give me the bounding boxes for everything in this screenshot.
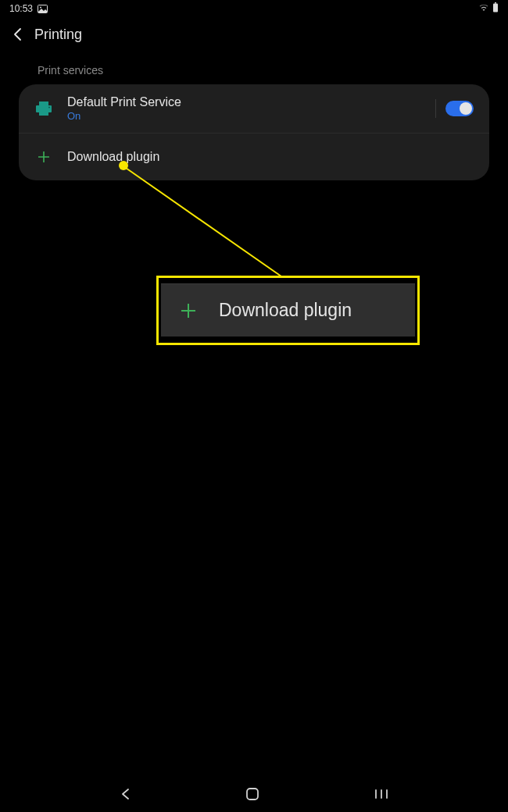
page-title: Printing <box>34 27 82 43</box>
print-services-card: Default Print Service On Download plugin <box>19 84 489 180</box>
android-nav-bar <box>0 776 508 812</box>
toggle-divider <box>435 99 436 118</box>
status-left: 10:53 <box>9 3 48 14</box>
svg-rect-4 <box>39 102 48 105</box>
svg-point-7 <box>48 107 50 109</box>
battery-icon <box>492 2 499 15</box>
status-time: 10:53 <box>9 3 33 14</box>
nav-home-button[interactable] <box>245 787 259 801</box>
printer-icon <box>34 101 53 116</box>
callout-box: Download plugin <box>156 276 420 345</box>
svg-rect-2 <box>495 2 496 4</box>
download-plugin-label: Download plugin <box>67 150 474 164</box>
wifi-icon <box>478 3 489 14</box>
download-plugin-row[interactable]: Download plugin <box>19 134 489 180</box>
plus-icon <box>34 151 53 163</box>
status-right <box>478 2 499 15</box>
row-text: Default Print Service On <box>67 95 435 122</box>
toggle-knob <box>460 102 472 115</box>
default-print-service-row[interactable]: Default Print Service On <box>19 84 489 134</box>
service-title: Default Print Service <box>67 95 435 109</box>
nav-back-button[interactable] <box>120 787 131 801</box>
svg-rect-3 <box>493 4 498 12</box>
svg-line-10 <box>123 166 281 276</box>
svg-rect-14 <box>247 789 258 800</box>
row-text: Download plugin <box>67 150 474 164</box>
section-label: Print services <box>0 52 508 84</box>
svg-point-1 <box>40 6 41 8</box>
back-button[interactable] <box>13 27 22 41</box>
service-toggle[interactable] <box>445 101 474 116</box>
callout-label: Download plugin <box>219 300 352 321</box>
page-header: Printing <box>0 17 508 52</box>
status-bar: 10:53 <box>0 0 508 17</box>
nav-recents-button[interactable] <box>374 789 388 800</box>
picture-icon <box>38 5 48 13</box>
service-status: On <box>67 110 435 122</box>
callout-inner: Download plugin <box>161 283 415 337</box>
plus-icon <box>180 302 197 319</box>
svg-rect-6 <box>39 110 48 116</box>
